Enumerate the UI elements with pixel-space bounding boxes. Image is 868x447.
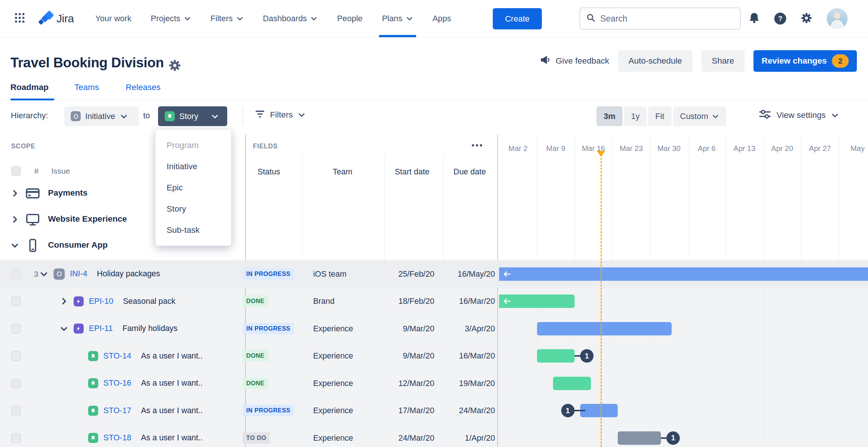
tab-roadmap[interactable]: Roadmap	[10, 83, 49, 92]
fields-more-button[interactable]: •••	[472, 141, 483, 150]
start-date-cell[interactable]: 24/Mar/20	[385, 434, 434, 443]
row-checkbox[interactable]	[11, 296, 21, 306]
team-cell[interactable]: Experience	[313, 406, 353, 415]
start-date-cell[interactable]: 25/Feb/20	[385, 270, 434, 279]
start-date-cell[interactable]: 9/Mar/20	[385, 351, 434, 361]
zoom-option-custom[interactable]: Custom	[673, 106, 727, 126]
dependency-count-badge[interactable]: 1	[561, 404, 575, 417]
issue-key[interactable]: STO-14	[103, 351, 131, 361]
tab-releases[interactable]: Releases	[126, 83, 161, 92]
due-date-cell[interactable]: 16/Mar/20	[443, 297, 495, 306]
row-checkbox[interactable]	[11, 379, 21, 388]
share-button[interactable]: Share	[701, 50, 745, 72]
issue-key[interactable]: STO-17	[103, 406, 131, 415]
due-date-cell[interactable]: 16/Mar/20	[443, 351, 495, 361]
zoom-option-fit[interactable]: Fit	[648, 106, 671, 126]
gantt-bar-epi-11[interactable]	[537, 322, 672, 335]
team-cell[interactable]: iOS team	[313, 270, 347, 279]
select-all-checkbox[interactable]	[11, 166, 21, 176]
zoom-option-3m[interactable]: 3m	[597, 106, 623, 126]
gantt-bar-sto-18[interactable]	[618, 431, 661, 445]
gantt-bar-epi-10[interactable]	[499, 295, 575, 308]
status-badge[interactable]: TO DO	[242, 432, 270, 444]
nav-item-dashboards[interactable]: Dashboards	[263, 0, 318, 37]
team-cell[interactable]: Experience	[313, 324, 353, 334]
dropdown-item-story[interactable]: Story	[155, 198, 231, 219]
hierarchy-from-dropdown[interactable]: Initiative	[64, 106, 139, 126]
status-badge[interactable]: DONE	[242, 377, 268, 389]
nav-item-filters[interactable]: Filters	[210, 0, 244, 37]
hierarchy-to-dropdown[interactable]: Story	[158, 106, 227, 126]
view-settings-button[interactable]: View settings	[759, 109, 839, 122]
row-expand-toggle[interactable]	[60, 297, 68, 306]
due-date-cell[interactable]: 24/Mar/20	[443, 406, 495, 415]
status-badge[interactable]: DONE	[242, 295, 268, 307]
team-cell[interactable]: Brand	[313, 297, 334, 306]
team-cell[interactable]: Experience	[313, 434, 353, 443]
due-date-cell[interactable]: 19/Mar/20	[443, 379, 495, 388]
issue-key[interactable]: EPI-11	[89, 324, 113, 333]
dropdown-item-epic[interactable]: Epic	[155, 177, 231, 198]
row-checkbox[interactable]	[11, 433, 21, 443]
tab-teams[interactable]: Teams	[74, 83, 99, 92]
row-checkbox[interactable]	[11, 324, 21, 334]
start-date-cell[interactable]: 9/Mar/20	[385, 324, 434, 334]
review-changes-button[interactable]: Review changes 2	[753, 50, 857, 72]
column-header-start-date[interactable]: Start date	[395, 167, 429, 177]
issue-key[interactable]: STO-16	[103, 379, 131, 388]
jira-logo[interactable]: Jira	[37, 10, 74, 27]
column-header-status[interactable]: Status	[258, 167, 280, 177]
gantt-bar-ini-4[interactable]	[499, 267, 868, 281]
due-date-cell[interactable]: 16/May/20	[443, 270, 495, 279]
row-checkbox[interactable]	[11, 269, 21, 279]
dependency-count-badge[interactable]: 1	[666, 431, 680, 445]
team-cell[interactable]: Experience	[313, 379, 353, 388]
nav-item-apps[interactable]: Apps	[433, 0, 451, 37]
search-input[interactable]	[600, 14, 723, 24]
due-date-cell[interactable]: 1/Apr/20	[443, 434, 495, 443]
nav-item-projects[interactable]: Projects	[151, 0, 191, 37]
start-date-cell[interactable]: 18/Feb/20	[385, 297, 434, 306]
row-checkbox[interactable]	[11, 406, 21, 415]
row-checkbox[interactable]	[11, 351, 21, 361]
due-date-cell[interactable]: 3/Apr/20	[443, 324, 495, 334]
issue-key[interactable]: EPI-10	[89, 297, 113, 306]
group-expand-toggle[interactable]	[10, 241, 19, 251]
user-avatar[interactable]	[827, 8, 848, 29]
settings-gear-icon[interactable]	[800, 12, 813, 26]
filters-button[interactable]: Filters	[255, 109, 306, 121]
status-badge[interactable]: IN PROGRESS	[242, 268, 294, 280]
issue-key[interactable]: INI-4	[70, 269, 87, 279]
notifications-bell-icon[interactable]	[748, 12, 760, 25]
issue-key[interactable]: STO-18	[103, 433, 131, 443]
gantt-bar-sto-14[interactable]	[537, 349, 575, 363]
group-expand-toggle[interactable]	[10, 189, 19, 199]
status-badge[interactable]: IN PROGRESS	[242, 405, 294, 416]
auto-schedule-button[interactable]: Auto-schedule	[618, 50, 692, 72]
global-search[interactable]	[579, 7, 741, 30]
create-button[interactable]: Create	[493, 8, 542, 29]
nav-item-people[interactable]: People	[337, 0, 363, 37]
row-expand-toggle[interactable]	[39, 270, 48, 279]
dropdown-item-sub-task[interactable]: Sub-task	[155, 219, 231, 241]
give-feedback-button[interactable]: Give feedback	[540, 54, 609, 68]
gantt-bar-sto-17[interactable]	[580, 404, 618, 417]
status-badge[interactable]: DONE	[242, 350, 268, 361]
column-header-due-date[interactable]: Due date	[453, 167, 486, 177]
start-date-cell[interactable]: 12/Mar/20	[385, 379, 434, 388]
group-expand-toggle[interactable]	[10, 215, 19, 225]
zoom-option-1y[interactable]: 1y	[624, 106, 647, 126]
nav-item-plans[interactable]: Plans	[382, 0, 413, 37]
start-date-cell[interactable]: 17/Mar/20	[385, 406, 434, 415]
row-expand-toggle[interactable]	[60, 324, 68, 333]
column-header-team[interactable]: Team	[333, 167, 353, 177]
app-switcher-icon[interactable]	[13, 12, 26, 26]
team-cell[interactable]: Experience	[313, 351, 353, 361]
plan-settings-gear-icon[interactable]	[168, 59, 181, 74]
nav-item-your-work[interactable]: Your work	[95, 0, 131, 37]
help-icon[interactable]: ?	[774, 13, 786, 25]
status-badge[interactable]: IN PROGRESS	[242, 323, 294, 334]
dependency-count-badge[interactable]: 1	[580, 349, 594, 363]
dropdown-item-initiative[interactable]: Initiative	[155, 156, 231, 177]
gantt-bar-sto-16[interactable]	[553, 377, 591, 390]
